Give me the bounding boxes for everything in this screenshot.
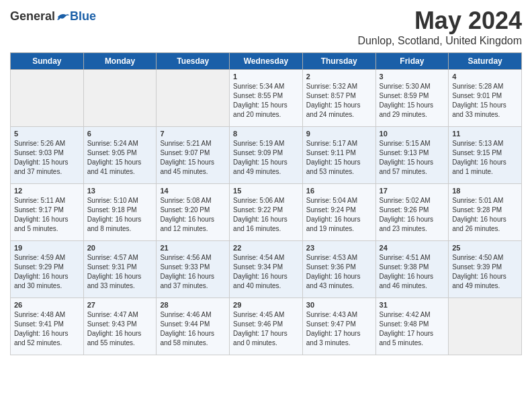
cell-text: Sunrise: 4:57 AM Sunset: 9:31 PM Dayligh… [87,253,153,291]
calendar-cell: 29Sunrise: 4:45 AM Sunset: 9:46 PM Dayli… [230,298,303,355]
cell-text: Sunrise: 5:17 AM Sunset: 9:11 PM Dayligh… [306,139,372,177]
cell-text: Sunrise: 5:26 AM Sunset: 9:03 PM Dayligh… [14,139,80,177]
cell-text: Sunrise: 4:48 AM Sunset: 9:41 PM Dayligh… [14,310,80,348]
cell-text: Sunrise: 4:42 AM Sunset: 9:48 PM Dayligh… [380,310,445,348]
cell-text: Sunrise: 5:11 AM Sunset: 9:17 PM Dayligh… [14,196,80,234]
calendar-cell: 26Sunrise: 4:48 AM Sunset: 9:41 PM Dayli… [11,298,84,355]
day-number: 25 [452,244,518,252]
day-number: 23 [306,244,372,252]
calendar-cell: 2Sunrise: 5:32 AM Sunset: 8:57 PM Daylig… [302,70,375,127]
calendar-cell: 23Sunrise: 4:53 AM Sunset: 9:36 PM Dayli… [302,241,375,298]
calendar-header-monday: Monday [83,53,157,70]
day-number: 22 [233,244,299,252]
calendar-cell: 16Sunrise: 5:04 AM Sunset: 9:24 PM Dayli… [302,184,375,241]
day-number: 27 [87,301,153,309]
day-number: 20 [87,244,153,252]
calendar-cell: 8Sunrise: 5:19 AM Sunset: 9:09 PM Daylig… [230,127,303,184]
cell-text: Sunrise: 4:46 AM Sunset: 9:44 PM Dayligh… [160,310,226,348]
day-number: 29 [233,301,299,309]
calendar-cell: 22Sunrise: 4:54 AM Sunset: 9:34 PM Dayli… [230,241,303,298]
day-number: 14 [160,187,226,195]
day-number: 11 [452,130,518,138]
day-number: 4 [452,73,518,81]
cell-text: Sunrise: 4:53 AM Sunset: 9:36 PM Dayligh… [306,253,372,291]
day-number: 24 [380,244,445,252]
cell-text: Sunrise: 5:30 AM Sunset: 8:59 PM Dayligh… [380,82,445,120]
calendar-cell: 1Sunrise: 5:34 AM Sunset: 8:55 PM Daylig… [230,70,303,127]
calendar-cell: 21Sunrise: 4:56 AM Sunset: 9:33 PM Dayli… [157,241,230,298]
cell-text: Sunrise: 4:43 AM Sunset: 9:47 PM Dayligh… [306,310,372,348]
calendar-cell: 20Sunrise: 4:57 AM Sunset: 9:31 PM Dayli… [83,241,157,298]
logo-bird-icon [56,11,70,22]
calendar-cell: 14Sunrise: 5:08 AM Sunset: 9:20 PM Dayli… [157,184,230,241]
calendar-cell: 24Sunrise: 4:51 AM Sunset: 9:38 PM Dayli… [375,241,449,298]
cell-text: Sunrise: 5:04 AM Sunset: 9:24 PM Dayligh… [306,196,372,234]
calendar-cell: 9Sunrise: 5:17 AM Sunset: 9:11 PM Daylig… [302,127,375,184]
calendar-row: 12Sunrise: 5:11 AM Sunset: 9:17 PM Dayli… [11,184,522,241]
cell-text: Sunrise: 4:47 AM Sunset: 9:43 PM Dayligh… [87,310,153,348]
month-title: May 2024 [357,7,522,35]
cell-text: Sunrise: 5:13 AM Sunset: 9:15 PM Dayligh… [452,139,518,177]
day-number: 7 [160,130,226,138]
calendar-header-tuesday: Tuesday [157,53,230,70]
day-number: 5 [14,130,80,138]
calendar-cell: 31Sunrise: 4:42 AM Sunset: 9:48 PM Dayli… [375,298,449,355]
calendar-header-sunday: Sunday [11,53,84,70]
calendar-cell: 4Sunrise: 5:28 AM Sunset: 9:01 PM Daylig… [449,70,522,127]
cell-text: Sunrise: 4:51 AM Sunset: 9:38 PM Dayligh… [380,253,445,291]
day-number: 26 [14,301,80,309]
calendar-table: SundayMondayTuesdayWednesdayThursdayFrid… [10,52,522,355]
cell-text: Sunrise: 4:50 AM Sunset: 9:39 PM Dayligh… [452,253,518,291]
cell-text: Sunrise: 5:08 AM Sunset: 9:20 PM Dayligh… [160,196,226,234]
calendar-cell: 30Sunrise: 4:43 AM Sunset: 9:47 PM Dayli… [302,298,375,355]
calendar-cell: 15Sunrise: 5:06 AM Sunset: 9:22 PM Dayli… [230,184,303,241]
cell-text: Sunrise: 4:54 AM Sunset: 9:34 PM Dayligh… [233,253,299,291]
cell-text: Sunrise: 5:15 AM Sunset: 9:13 PM Dayligh… [380,139,445,177]
title-area: May 2024 Dunlop, Scotland, United Kingdo… [357,7,522,47]
calendar-header-thursday: Thursday [302,53,375,70]
cell-text: Sunrise: 4:59 AM Sunset: 9:29 PM Dayligh… [14,253,80,291]
day-number: 6 [87,130,153,138]
day-number: 16 [306,187,372,195]
day-number: 17 [380,187,445,195]
day-number: 19 [14,244,80,252]
calendar-header-friday: Friday [375,53,449,70]
cell-text: Sunrise: 5:28 AM Sunset: 9:01 PM Dayligh… [452,82,518,120]
calendar-header-row: SundayMondayTuesdayWednesdayThursdayFrid… [11,53,522,70]
calendar-row: 1Sunrise: 5:34 AM Sunset: 8:55 PM Daylig… [11,70,522,127]
calendar-header-saturday: Saturday [449,53,522,70]
calendar-cell: 10Sunrise: 5:15 AM Sunset: 9:13 PM Dayli… [375,127,449,184]
calendar-cell: 12Sunrise: 5:11 AM Sunset: 9:17 PM Dayli… [11,184,84,241]
calendar-cell: 11Sunrise: 5:13 AM Sunset: 9:15 PM Dayli… [449,127,522,184]
calendar-cell: 7Sunrise: 5:21 AM Sunset: 9:07 PM Daylig… [157,127,230,184]
calendar-row: 5Sunrise: 5:26 AM Sunset: 9:03 PM Daylig… [11,127,522,184]
day-number: 31 [380,301,445,309]
calendar-row: 26Sunrise: 4:48 AM Sunset: 9:41 PM Dayli… [11,298,522,355]
cell-text: Sunrise: 5:06 AM Sunset: 9:22 PM Dayligh… [233,196,299,234]
day-number: 1 [233,73,299,81]
calendar-cell: 13Sunrise: 5:10 AM Sunset: 9:18 PM Dayli… [83,184,157,241]
calendar-header-wednesday: Wednesday [230,53,303,70]
calendar-cell [157,70,230,127]
header: General Blue May 2024 Dunlop, Scotland, … [10,7,522,47]
day-number: 10 [380,130,445,138]
logo-general: General [10,9,55,24]
cell-text: Sunrise: 5:34 AM Sunset: 8:55 PM Dayligh… [233,82,299,120]
day-number: 28 [160,301,226,309]
logo-blue: Blue [70,9,96,24]
day-number: 18 [452,187,518,195]
day-number: 8 [233,130,299,138]
day-number: 13 [87,187,153,195]
day-number: 15 [233,187,299,195]
calendar-cell: 27Sunrise: 4:47 AM Sunset: 9:43 PM Dayli… [83,298,157,355]
calendar-cell [83,70,157,127]
cell-text: Sunrise: 5:21 AM Sunset: 9:07 PM Dayligh… [160,139,226,177]
cell-text: Sunrise: 5:02 AM Sunset: 9:26 PM Dayligh… [380,196,445,234]
cell-text: Sunrise: 4:45 AM Sunset: 9:46 PM Dayligh… [233,310,299,348]
day-number: 30 [306,301,372,309]
day-number: 21 [160,244,226,252]
day-number: 9 [306,130,372,138]
day-number: 3 [380,73,445,81]
calendar-row: 19Sunrise: 4:59 AM Sunset: 9:29 PM Dayli… [11,241,522,298]
calendar-cell: 25Sunrise: 4:50 AM Sunset: 9:39 PM Dayli… [449,241,522,298]
